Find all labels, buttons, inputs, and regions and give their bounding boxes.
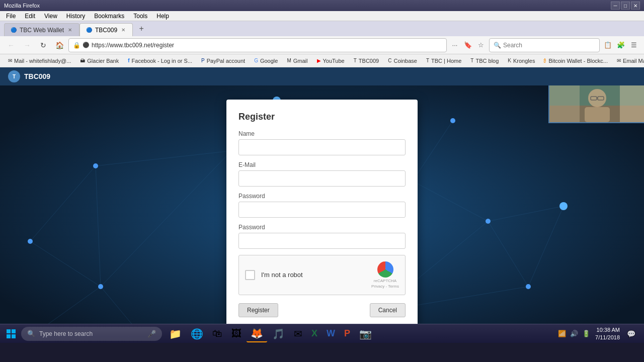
bookmark-tbc-home[interactable]: T TBC | Home	[422, 55, 465, 66]
bookmark-glacier-label: Glacier Bank	[87, 58, 119, 64]
refresh-button[interactable]: ↻	[36, 38, 50, 52]
start-button[interactable]	[2, 325, 20, 342]
email-input[interactable]	[238, 170, 406, 187]
bookmark-krongles[interactable]: K Krongles	[504, 55, 539, 66]
taskbar-app-mail[interactable]: ✉	[290, 325, 306, 342]
cancel-button[interactable]: Cancel	[370, 303, 406, 317]
recaptcha-checkbox[interactable]	[245, 270, 255, 280]
bookmark-button[interactable]: ☆	[475, 39, 487, 51]
taskbar-app-powerpoint[interactable]: P	[340, 325, 354, 342]
modal-buttons: Register Cancel	[238, 303, 406, 317]
password-confirm-input[interactable]	[238, 233, 406, 249]
bookmark-gmail[interactable]: M Gmail	[283, 55, 311, 66]
search-box[interactable]: 🔍	[489, 38, 600, 52]
bookmark-tbc009[interactable]: T TBC009	[350, 55, 383, 66]
minimize-button[interactable]: ─	[611, 2, 620, 10]
word-icon: W	[327, 328, 335, 339]
menu-button[interactable]: ☰	[628, 39, 640, 51]
taskbar-app-files[interactable]: 📁	[165, 325, 186, 342]
register-button[interactable]: Register	[238, 303, 278, 317]
bookmark-coinbase-icon: C	[388, 58, 391, 63]
reader-view-button[interactable]: 🔖	[462, 39, 474, 51]
menu-tools[interactable]: Tools	[129, 12, 151, 21]
bookmark-tbc009-label: TBC009	[359, 58, 379, 64]
taskbar-app-store[interactable]: 🛍	[208, 325, 226, 342]
register-modal: Register Name E-Mail Password Password I	[226, 100, 418, 329]
bookmark-bitcoin[interactable]: ₿ Bitcoin Wallet - Blockc...	[540, 55, 612, 66]
bookmark-paypal[interactable]: P PayPal account	[197, 55, 249, 66]
password-input[interactable]	[238, 202, 406, 218]
menu-file[interactable]: File	[2, 12, 20, 21]
bookmark-email-marketing[interactable]: ✉ Email Marketing Soft...	[613, 55, 644, 66]
bookmark-tbc-blog[interactable]: T TBC blog	[466, 55, 503, 66]
bookmark-glacier[interactable]: 🏔 Glacier Bank	[76, 55, 123, 66]
taskbar-app-photos[interactable]: 🖼	[227, 325, 246, 342]
tab-tbc-web-wallet[interactable]: 🔵 TBC Web Wallet ✕	[4, 23, 79, 36]
name-label: Name	[238, 130, 406, 137]
tab-tbc009-close[interactable]: ✕	[120, 27, 126, 33]
bookmark-email-marketing-icon: ✉	[617, 58, 621, 63]
bookmark-coinbase[interactable]: C Coinbase	[384, 55, 421, 66]
name-input[interactable]	[238, 139, 406, 155]
taskbar-app-camera[interactable]: 📷	[355, 325, 376, 342]
bookmark-tbc-home-icon: T	[426, 58, 429, 63]
taskbar-app-word[interactable]: W	[323, 325, 339, 342]
home-button[interactable]: 🏠	[52, 38, 66, 52]
recaptcha-widget[interactable]: I'm not a robot reCAPTCHA Privacy - Term…	[238, 255, 406, 295]
taskbar-app-excel[interactable]: X	[307, 325, 321, 342]
taskbar-clock[interactable]: 10:38 AM 7/11/2018	[593, 326, 622, 341]
menu-bookmarks[interactable]: Bookmarks	[90, 12, 128, 21]
address-input[interactable]	[92, 42, 442, 49]
bookmark-email-marketing-label: Email Marketing Soft...	[623, 58, 644, 64]
new-tab-button[interactable]: +	[135, 23, 148, 34]
search-input[interactable]	[503, 42, 595, 49]
camera-icon: 📷	[359, 328, 372, 340]
title-bar-controls: ─ □ ✕	[611, 2, 640, 10]
close-button[interactable]: ✕	[631, 2, 640, 10]
title-bar: Mozilla Firefox ─ □ ✕	[0, 0, 644, 11]
tab-tbc-web-wallet-close[interactable]: ✕	[67, 27, 73, 33]
taskbar-app-music[interactable]: 🎵	[268, 325, 289, 342]
bookmark-facebook-icon: f	[128, 58, 129, 63]
taskbar-network-icon[interactable]: 📶	[557, 329, 567, 339]
taskbar-date-value: 7/11/2018	[595, 334, 620, 341]
more-options-button[interactable]: ···	[449, 39, 461, 51]
menu-edit[interactable]: Edit	[21, 12, 39, 21]
reading-list-button[interactable]: 📋	[602, 39, 614, 51]
back-button[interactable]: ←	[4, 38, 18, 52]
excel-icon: X	[311, 328, 317, 339]
taskbar-app-firefox[interactable]: 🦊	[247, 325, 267, 342]
taskbar-pinned-apps: 📁 🌐 🛍 🖼 🦊 🎵 ✉ X W	[165, 325, 376, 342]
tab-tbc009[interactable]: 🔵 TBC009 ✕	[79, 23, 133, 36]
taskbar-app-edge[interactable]: 🌐	[187, 325, 207, 342]
tab-bar: 🔵 TBC Web Wallet ✕ 🔵 TBC009 ✕ +	[0, 21, 644, 36]
recaptcha-privacy-terms: Privacy - Terms	[371, 284, 399, 289]
bookmark-mail[interactable]: ✉ Mail - whitefishlady@...	[4, 55, 75, 66]
menu-help[interactable]: Help	[152, 12, 173, 21]
taskbar-search-icon: 🔍	[27, 330, 35, 337]
name-field-group: Name	[238, 130, 406, 155]
maximize-button[interactable]: □	[621, 2, 630, 10]
address-bar[interactable]: 🔒 ⚫	[68, 38, 447, 52]
forward-button[interactable]: →	[20, 38, 34, 52]
bookmark-youtube[interactable]: ▶ YouTube	[313, 55, 349, 66]
menu-history[interactable]: History	[62, 12, 89, 21]
bookmark-facebook[interactable]: f Facebook - Log in or S...	[124, 55, 196, 66]
tab-tbc-web-wallet-label: TBC Web Wallet	[20, 27, 64, 34]
svg-rect-54	[7, 334, 11, 338]
taskbar-search-box[interactable]: 🔍 Type here to search 🎤	[21, 327, 162, 341]
extensions-button[interactable]: 🧩	[615, 39, 627, 51]
taskbar-battery-icon[interactable]: 🔋	[581, 329, 591, 339]
taskbar-mic-icon: 🎤	[147, 330, 156, 338]
windows-logo-icon	[6, 329, 16, 339]
bookmark-google-icon: G	[254, 58, 258, 63]
menu-view[interactable]: View	[40, 12, 61, 21]
bookmark-gmail-icon: M	[287, 58, 291, 63]
taskbar-notification-button[interactable]: 💬	[624, 327, 638, 341]
taskbar: 🔍 Type here to search 🎤 📁 🌐 🛍 🖼 🦊 🎵	[0, 324, 644, 343]
taskbar-volume-icon[interactable]: 🔊	[569, 329, 579, 339]
bookmark-krongles-icon: K	[508, 58, 511, 63]
bookmark-google[interactable]: G Google	[250, 55, 282, 66]
bookmark-tbc-home-label: TBC | Home	[431, 58, 461, 64]
powerpoint-icon: P	[344, 328, 350, 339]
